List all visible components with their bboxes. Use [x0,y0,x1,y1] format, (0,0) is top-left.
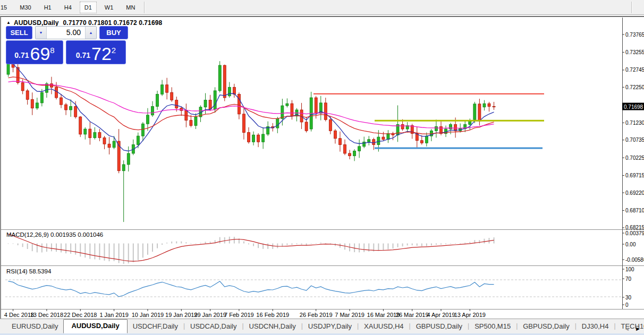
timeframe-button-w1[interactable]: W1 [100,2,118,13]
candle [31,99,33,108]
candle [262,134,265,142]
volume-input[interactable]: 5.00 [47,27,85,39]
tab-usdjpy-daily[interactable]: USDJPY,Daily [303,320,357,333]
candle [74,106,77,117]
macd-histogram-bar [421,244,422,246]
tab-xauusd-h4[interactable]: XAUUSD,H4 [359,320,409,333]
tab-scroll-right-icon[interactable]: ► [635,325,641,332]
candle [372,140,375,145]
date-axis-label: 1 Jan 2019 [99,312,128,318]
candle [26,91,29,99]
macd-histogram-bar [195,244,196,244]
macd-histogram-bar [316,244,317,244]
chart-ohlc-values: 0.71770 0.71801 0.71672 0.71698 [63,19,163,27]
macd-histogram-bar [440,244,442,245]
collapse-icon[interactable]: ▲ [6,20,11,25]
date-axis-label: 16 Feb 2019 [256,312,289,318]
timeframe-button-d1[interactable]: D1 [80,2,97,13]
date-axis-label: 26 Feb 2019 [300,312,333,318]
current-price-label: 0.71698 [624,104,643,110]
macd-histogram-bar [397,244,399,247]
timeframe-button-h1[interactable]: H1 [39,2,56,13]
candle [382,137,385,140]
candle [233,87,235,94]
date-axis-label: 4 Apr 2019 [427,312,455,318]
macd-histogram-bar [8,244,9,244]
macd-histogram-bar [359,244,360,253]
toolbar-separator [631,2,632,13]
candle [166,85,168,92]
date-axis-label: 26 Mar 2019 [396,312,429,318]
candle [113,141,115,148]
buy-price-display[interactable]: 0.71 72 2 [66,40,126,64]
candle [420,141,423,143]
volume-increase-icon[interactable]: ▲ [85,27,96,39]
candle [7,63,10,74]
macd-histogram-bar [320,243,321,244]
macd-histogram-bar [344,244,345,250]
buy-price-pip: 2 [112,46,116,55]
rsi-axis-label: 100 [625,267,634,272]
timeframe-button-15[interactable]: 15 [0,2,12,13]
tab-usdcnh-daily[interactable]: USDCNH,Daily [244,320,301,333]
tab-scroll-left-icon[interactable]: ◄ [624,325,630,332]
timeframe-button-mn[interactable]: MN [121,2,140,13]
macd-histogram-bar [185,242,187,243]
timeframe-button-h4[interactable]: H4 [60,2,77,13]
tab-gbpusd-daily[interactable]: GBPUSD,Daily [518,320,574,333]
rsi-axis-label: 70 [625,276,632,282]
price-axis-label: 0.72745 [625,67,644,73]
macd-histogram-bar [393,244,394,249]
macd-histogram-bar [387,244,388,250]
sell-price-display[interactable]: 0.71 69 8 [6,40,63,64]
candle [40,92,43,103]
rsi-indicator-label: RSI(14) 58.5394 [6,268,51,274]
tab-usdchf-daily[interactable]: USDCHF,Daily [128,320,183,333]
candle [218,65,221,91]
chart-title: ▲AUDUSD,Daily0.71770 0.71801 0.71672 0.7… [6,19,162,27]
chart-symbol-label: AUDUSD,Daily [14,19,59,27]
candle [36,103,38,108]
macd-histogram-bar [224,237,225,244]
candle [209,100,211,109]
tab-dj30-h4[interactable]: DJ30,H4 [577,320,614,333]
tab-sp500-m15[interactable]: SP500,M15 [469,320,516,333]
buy-button[interactable]: BUY [99,26,128,39]
tab-usdcad-daily[interactable]: USDCAD,Daily [185,320,242,333]
macd-histogram-bar [378,244,379,251]
macd-indicator-label: MACD(12,26,9) 0.001935 0.001046 [6,231,103,238]
candle [89,129,91,138]
timeframe-button-m30[interactable]: M30 [15,2,36,13]
macd-histogram-bar [13,244,14,244]
macd-histogram-bar [407,244,408,246]
candle [79,117,82,134]
candle [242,114,245,133]
candle [493,106,495,107]
macd-histogram-bar [426,244,427,246]
candle [223,65,226,98]
tab-audusd-daily[interactable]: AUDUSD,Daily [63,319,127,333]
macd-histogram-bar [142,244,143,258]
candle [363,142,366,147]
macd-histogram-bar [363,244,365,252]
price-axis-label: 0.69220 [625,190,644,196]
tab-eurusd-daily[interactable]: EURUSD,Daily [6,320,63,333]
candle [84,129,87,134]
symbol-tab-bar: EURUSD,DailyAUDUSD,DailyUSDCHF,Daily|USD… [0,319,644,333]
macd-histogram-bar [469,242,470,244]
macd-histogram-bar [417,244,418,246]
sell-button[interactable]: SELL [6,26,32,39]
candle [94,133,96,138]
tab-gbpusd-daily[interactable]: GBPUSD,Daily [411,320,468,333]
macd-histogram-bar [258,244,259,248]
volume-decrease-icon[interactable]: ▼ [36,27,47,39]
macd-histogram-bar [18,244,19,245]
sell-price-pip: 8 [50,46,54,55]
candle [214,91,216,109]
macd-axis-label: -0.005864 [625,257,644,263]
price-axis-label: 0.71230 [625,120,644,126]
macd-histogram-bar [325,243,326,244]
candle [276,118,279,128]
date-axis-label: 22 Dec 2018 [64,312,97,318]
macd-histogram-bar [200,243,201,243]
